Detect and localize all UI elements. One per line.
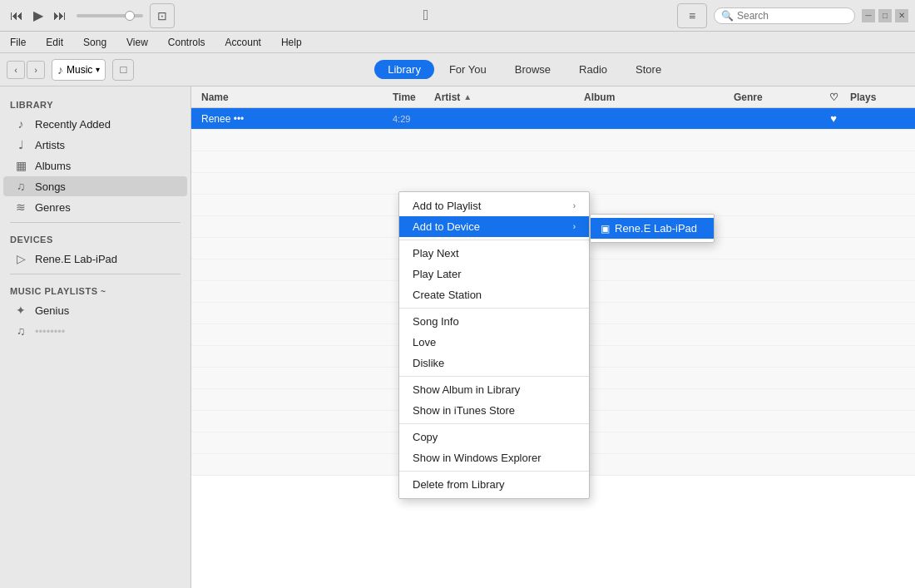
submenu-add-to-device: ▣ Rene.E Lab-iPad [590, 214, 715, 243]
sidebar-label-genius: Genius [35, 304, 69, 317]
cm-show-itunes[interactable]: Show in iTunes Store [399, 400, 589, 421]
cm-play-next[interactable]: Play Next [399, 243, 589, 264]
menu-song[interactable]: Song [80, 35, 110, 50]
cm-label-show-album: Show Album in Library [413, 383, 520, 396]
menu-file[interactable]: File [7, 35, 29, 50]
cm-label-play-next: Play Next [413, 247, 459, 259]
play-button[interactable]: ▶ [30, 6, 47, 25]
sidebar-label-artists: Artists [35, 139, 65, 151]
close-button[interactable]: ✕ [895, 9, 908, 22]
menu-view[interactable]: View [123, 35, 151, 50]
cm-label-create-station: Create Station [413, 289, 482, 301]
menu-account[interactable]: Account [222, 35, 265, 50]
nav-tabs: Library For You Browse Radio Store [374, 60, 675, 79]
cm-song-info[interactable]: Song Info [399, 311, 589, 332]
col-header-artist[interactable]: Artist ▲ [434, 91, 584, 103]
fast-forward-button[interactable]: ⏭ [50, 7, 70, 25]
cm-separator-4 [399, 423, 589, 424]
col-header-genre[interactable]: Genre [734, 91, 817, 103]
cm-label-copy: Copy [413, 431, 438, 443]
apple-logo:  [181, 7, 670, 24]
col-header-plays[interactable]: Plays [850, 91, 905, 103]
volume-thumb [125, 11, 135, 21]
col-header-time[interactable]: Time [393, 91, 434, 103]
col-header-name[interactable]: Name [201, 91, 393, 103]
sidebar-label-songs: Songs [35, 180, 66, 193]
genres-icon: ≋ [13, 200, 28, 214]
tab-store[interactable]: Store [622, 60, 675, 79]
sidebar-item-device-ipad[interactable]: ▷ Rene.E Lab-iPad [3, 249, 187, 269]
col-header-album[interactable]: Album [584, 91, 734, 103]
table-row [191, 130, 915, 151]
cm-show-windows[interactable]: Show in Windows Explorer [399, 447, 589, 468]
menu-controls[interactable]: Controls [165, 35, 209, 50]
source-label: Music [67, 64, 92, 76]
sidebar-label-genres: Genres [35, 201, 71, 214]
tab-radio[interactable]: Radio [566, 60, 621, 79]
menu-help[interactable]: Help [278, 35, 305, 50]
search-box: 🔍 [714, 7, 855, 24]
cm-dislike[interactable]: Dislike [399, 353, 589, 373]
cell-time: 4:29 [393, 114, 434, 124]
cm-label-add-to-playlist: Add to Playlist [413, 200, 481, 212]
maximize-button[interactable]: □ [878, 9, 892, 22]
sidebar: Library ♪ Recently Added ♩ Artists ▦ Alb… [0, 86, 191, 588]
music-note-icon: ♪ [57, 63, 63, 77]
genius-icon: ✦ [13, 304, 28, 317]
minimize-button[interactable]: ─ [862, 9, 875, 22]
back-button[interactable]: ‹ [7, 61, 25, 79]
cm-label-love: Love [413, 336, 436, 348]
sidebar-label-recently-added: Recently Added [35, 118, 111, 131]
nav-arrows: ‹ › [7, 61, 45, 79]
cm-add-to-device[interactable]: Add to Device › [399, 216, 589, 237]
cm-show-album[interactable]: Show Album in Library [399, 379, 589, 400]
recently-added-icon: ♪ [13, 117, 28, 131]
sidebar-label-playlist-1: •••••••• [35, 325, 65, 338]
menu-bar: File Edit Song View Controls Account Hel… [0, 32, 915, 53]
cm-separator-5 [399, 471, 589, 472]
sidebar-label-albums: Albums [35, 160, 71, 172]
cm-love[interactable]: Love [399, 332, 589, 353]
volume-slider[interactable] [77, 14, 143, 17]
cm-label-add-to-device: Add to Device [413, 220, 480, 233]
window-controls: ─ □ ✕ [862, 9, 908, 22]
rewind-button[interactable]: ⏮ [7, 7, 27, 25]
submenu-item-ipad[interactable]: ▣ Rene.E Lab-iPad [591, 218, 714, 239]
tab-library[interactable]: Library [374, 60, 434, 79]
cm-label-dislike: Dislike [413, 357, 444, 369]
content-area: Name Time Artist ▲ Album Genre ♡ Plays R… [191, 86, 915, 588]
sidebar-item-playlist-1[interactable]: ♫ •••••••• [3, 321, 187, 341]
sidebar-item-artists[interactable]: ♩ Artists [3, 135, 187, 155]
list-view-button[interactable]: ≡ [677, 3, 707, 28]
sidebar-item-recently-added[interactable]: ♪ Recently Added [3, 114, 187, 134]
device-button[interactable]: □ [112, 59, 134, 81]
cm-add-to-playlist[interactable]: Add to Playlist › [399, 195, 589, 216]
cell-name: Renee ••• [201, 113, 393, 125]
sidebar-item-genres[interactable]: ≋ Genres [3, 197, 187, 217]
sidebar-item-songs[interactable]: ♫ Songs [3, 176, 187, 196]
tab-browse[interactable]: Browse [502, 60, 564, 79]
chevron-down-icon: ▾ [96, 65, 100, 74]
ipad-icon: ▷ [13, 252, 28, 265]
airplay-button[interactable]: ⊡ [150, 3, 175, 28]
cm-separator-1 [399, 240, 589, 240]
source-selector[interactable]: ♪ Music ▾ [52, 59, 106, 81]
cm-copy[interactable]: Copy [399, 427, 589, 447]
search-input[interactable] [737, 10, 845, 22]
ipad-submenu-icon: ▣ [601, 223, 610, 235]
sidebar-item-albums[interactable]: ▦ Albums [3, 156, 187, 175]
table-row[interactable]: Renee ••• 4:29 ♥ [191, 108, 915, 130]
cm-create-station[interactable]: Create Station [399, 284, 589, 305]
sidebar-item-genius[interactable]: ✦ Genius [3, 300, 187, 320]
cm-separator-3 [399, 376, 589, 377]
cm-label-show-itunes: Show in iTunes Store [413, 404, 515, 417]
menu-edit[interactable]: Edit [42, 35, 67, 50]
forward-button[interactable]: › [27, 61, 45, 79]
cm-arrow-add-to-device: › [573, 222, 576, 231]
albums-icon: ▦ [13, 159, 28, 172]
cm-play-later[interactable]: Play Later [399, 264, 589, 284]
cm-label-song-info: Song Info [413, 315, 459, 328]
cm-delete-library[interactable]: Delete from Library [399, 474, 589, 495]
sidebar-label-device-ipad: Rene.E Lab-iPad [35, 253, 117, 265]
tab-for-you[interactable]: For You [436, 60, 500, 79]
